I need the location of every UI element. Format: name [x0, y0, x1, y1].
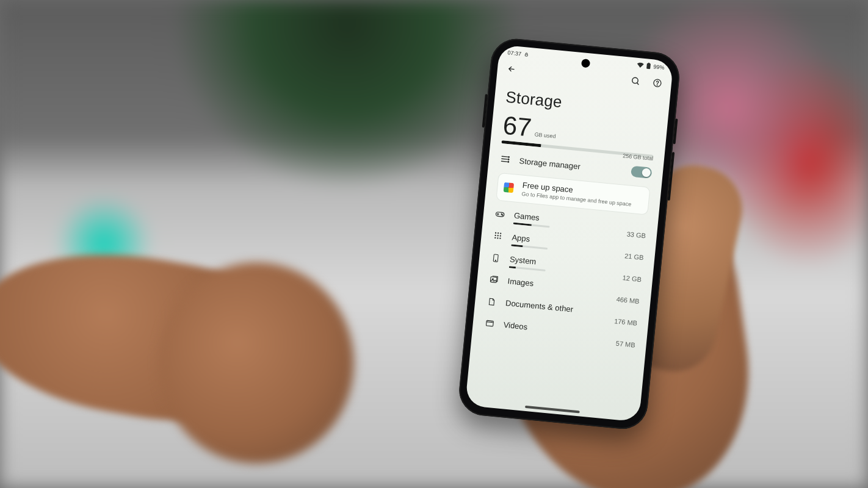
svg-rect-0: [525, 54, 527, 56]
back-button[interactable]: [503, 60, 520, 77]
category-size: 57 MB: [615, 340, 635, 349]
svg-point-8: [508, 161, 509, 162]
svg-point-5: [657, 85, 657, 85]
status-time: 07:37: [507, 49, 521, 57]
svg-rect-1: [646, 63, 651, 70]
docs-icon: [486, 296, 497, 307]
svg-point-14: [500, 233, 502, 235]
category-label: Images: [507, 276, 609, 295]
help-icon: [652, 77, 662, 88]
category-size: 466 MB: [616, 296, 640, 306]
phone-frame: 07:37 99%: [457, 37, 682, 431]
category-size: 33 GB: [626, 231, 646, 240]
apps-icon: [492, 231, 504, 241]
phone-screen: 07:37 99%: [465, 45, 674, 422]
status-battery-text: 99%: [653, 63, 665, 71]
lock-icon: [524, 51, 529, 57]
help-button[interactable]: [649, 74, 666, 92]
storage-categories-list: Games33 GBApps21 GBSystem12 GBImages466 …: [483, 204, 648, 350]
files-app-icon: [504, 182, 514, 193]
storage-manager-icon: [499, 154, 511, 165]
arrow-left-icon: [507, 63, 516, 74]
category-size: 12 GB: [622, 274, 642, 283]
games-icon: [494, 209, 505, 220]
battery-icon: [646, 62, 651, 70]
svg-point-20: [499, 238, 501, 240]
images-icon: [488, 274, 499, 285]
svg-rect-23: [490, 277, 497, 283]
storage-used-value: 67: [502, 112, 533, 140]
category-size: 21 GB: [624, 253, 644, 262]
storage-manager-label: Storage manager: [519, 156, 623, 175]
category-size: 176 MB: [614, 317, 638, 327]
svg-point-15: [494, 235, 496, 237]
svg-point-6: [508, 156, 510, 157]
videos-icon: [483, 318, 495, 329]
svg-point-13: [497, 232, 499, 234]
system-icon: [490, 253, 501, 264]
category-label: Games: [513, 211, 619, 230]
search-icon: [630, 76, 640, 86]
svg-point-16: [497, 235, 499, 237]
storage-manager-toggle[interactable]: [631, 166, 653, 179]
category-usage-bar: [513, 223, 550, 228]
svg-point-19: [497, 237, 499, 239]
svg-point-7: [508, 159, 509, 160]
svg-point-18: [494, 237, 496, 239]
svg-point-22: [495, 260, 496, 260]
svg-point-17: [500, 235, 502, 237]
storage-used-unit: GB used: [534, 131, 556, 143]
svg-point-11: [502, 215, 502, 215]
hand-shape: [159, 262, 354, 464]
svg-rect-2: [648, 63, 650, 64]
page-content: Storage 67 GB used 256 GB total Storage …: [472, 78, 670, 351]
category-usage-bar: [511, 245, 548, 250]
category-usage-bar: [509, 266, 546, 271]
category-label: Documents & other: [505, 298, 607, 317]
search-button[interactable]: [627, 72, 644, 89]
svg-point-12: [495, 232, 497, 234]
wifi-icon: [637, 62, 644, 68]
